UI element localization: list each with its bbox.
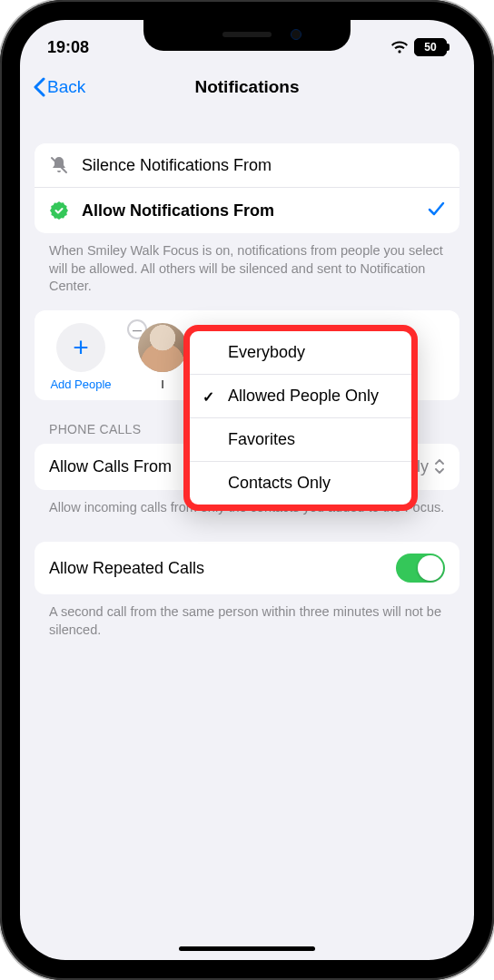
mode-explanation: When Smiley Walk Focus is on, notificati…	[35, 233, 459, 296]
up-down-chevron-icon	[434, 458, 445, 475]
clock: 19:08	[47, 38, 89, 57]
notch	[143, 20, 351, 51]
page-title: Notifications	[194, 77, 299, 97]
checkmark-seal-icon	[49, 201, 69, 220]
battery-icon: 50	[414, 38, 447, 56]
calls-from-menu: Everybody ✓ Allowed People Only Favorite…	[183, 325, 418, 511]
repeated-explanation: A second call from the same person withi…	[35, 594, 459, 639]
menu-favorites[interactable]: Favorites	[190, 417, 411, 461]
silence-label: Silence Notifications From	[82, 156, 445, 175]
nav-bar: Back Notifications	[20, 65, 474, 109]
notification-mode-list: Silence Notifications From Allow Notific…	[35, 143, 459, 233]
repeated-label: Allow Repeated Calls	[49, 559, 204, 578]
repeated-calls-row: Allow Repeated Calls	[35, 542, 459, 594]
menu-allowed-people[interactable]: ✓ Allowed People Only	[190, 374, 411, 417]
menu-everybody[interactable]: Everybody	[190, 331, 411, 374]
allow-calls-label: Allow Calls From	[49, 457, 172, 476]
checkmark-icon: ✓	[203, 387, 214, 405]
checkmark-icon	[427, 200, 445, 221]
person-name: I	[161, 377, 164, 391]
add-people-label: Add People	[50, 377, 111, 391]
front-camera	[291, 29, 301, 40]
plus-circle-icon: +	[56, 323, 105, 372]
allow-row[interactable]: Allow Notifications From	[35, 187, 459, 233]
avatar-icon	[138, 323, 187, 372]
back-button[interactable]: Back	[33, 77, 85, 97]
wifi-icon	[390, 41, 409, 54]
allow-label: Allow Notifications From	[82, 201, 414, 220]
home-indicator[interactable]	[179, 946, 315, 951]
add-people-button[interactable]: + Add People	[49, 323, 113, 391]
speaker-grille	[222, 32, 272, 37]
bell-slash-icon	[49, 155, 69, 175]
back-label: Back	[47, 77, 85, 97]
phone-mockup: 19:08 50 Back Notifications S	[0, 0, 494, 980]
repeated-toggle[interactable]	[396, 554, 445, 583]
silence-row[interactable]: Silence Notifications From	[35, 143, 459, 187]
menu-contacts-only[interactable]: Contacts Only	[190, 461, 411, 505]
